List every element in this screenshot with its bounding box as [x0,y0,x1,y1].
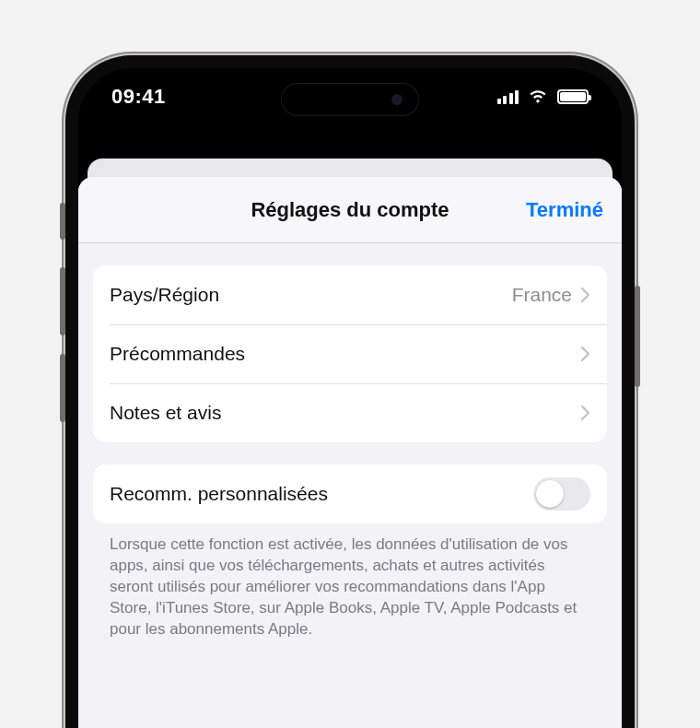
account-settings-sheet: Réglages du compte Terminé Pays/Région F… [78,177,622,728]
status-time: 09:41 [111,85,166,109]
chevron-right-icon [581,346,590,361]
footer-description: Lorsque cette fonction est activée, les … [93,523,607,640]
settings-group: Pays/Région France Précommandes Note [93,265,607,442]
row-value: France [512,284,572,306]
volume-up-button [60,267,65,335]
row-label: Recomm. personnalisées [110,483,533,505]
iphone-frame: 09:41 Réglages du compte Terminé [65,55,635,728]
power-button [635,286,640,387]
personalized-recommendations-toggle[interactable] [533,477,590,511]
status-bar: 09:41 [78,68,622,125]
row-label: Notes et avis [110,402,581,424]
sheet-header: Réglages du compte Terminé [78,177,622,243]
preorders-row[interactable]: Précommandes [93,324,607,383]
toggle-knob [536,480,564,508]
personalized-recommendations-row: Recomm. personnalisées [93,464,607,523]
chevron-right-icon [581,405,590,420]
screen: 09:41 Réglages du compte Terminé [78,68,622,728]
chevron-right-icon [581,288,590,302]
sheet-content: Pays/Région France Précommandes Note [78,243,622,640]
status-indicators [497,89,589,104]
done-button[interactable]: Terminé [526,198,603,222]
row-label: Précommandes [110,343,581,365]
ratings-reviews-row[interactable]: Notes et avis [93,383,607,442]
toggle-group: Recomm. personnalisées [93,464,607,523]
row-label: Pays/Région [110,284,512,306]
battery-icon [557,89,589,104]
cellular-signal-icon [497,89,519,104]
wifi-icon [528,89,548,104]
country-region-row[interactable]: Pays/Région France [93,265,607,324]
volume-down-button [60,354,65,422]
side-button [60,203,65,240]
